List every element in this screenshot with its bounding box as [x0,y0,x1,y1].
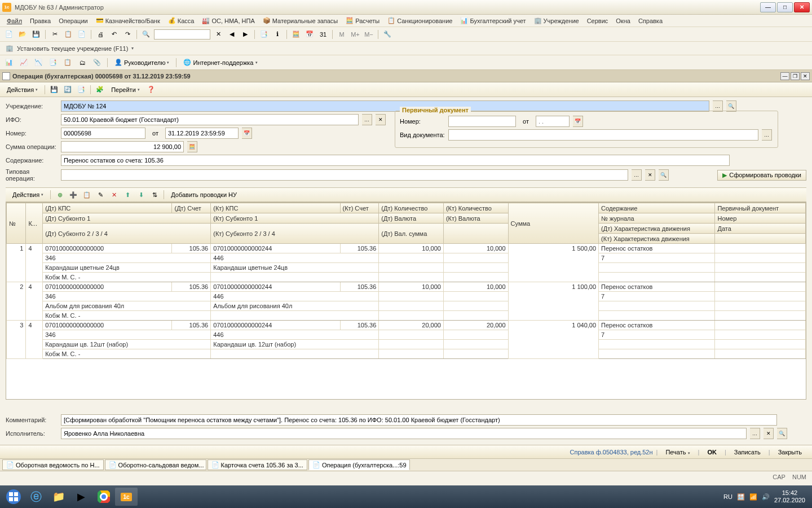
sort-button[interactable]: ⇅ [149,189,160,200]
tray-flag-icon[interactable]: 🪟 [737,493,745,501]
close-form-button[interactable]: Закрыть [774,448,806,457]
col-kt-acc[interactable]: (Кт) Счет [340,203,379,213]
doc-minimize-button[interactable]: — [780,72,789,80]
col-primdoc[interactable]: Первичный документ [715,203,806,213]
num-input[interactable] [61,128,145,139]
copy-new-button[interactable]: 📑 [76,84,87,95]
col-pd-num[interactable]: Номер [715,213,806,224]
close-button[interactable]: ✕ [794,2,810,12]
add-nu-entries-button[interactable]: Добавить проводки НУ [167,190,240,199]
m-button[interactable]: M [336,29,347,40]
tb2-icon-6[interactable]: 🗂 [77,57,88,68]
date-input[interactable] [165,128,239,139]
generate-entries-button[interactable]: ▶Сформировать проводки [717,170,806,181]
edit-row-button[interactable]: ✎ [95,189,106,200]
typeop-input[interactable] [61,169,628,181]
pd-date-picker-button[interactable]: 📅 [573,116,583,127]
search-combo[interactable] [154,29,210,40]
menu-calc[interactable]: 🧮Расчеты [342,16,383,26]
tray-clock[interactable]: 15:42 27.02.2020 [774,489,805,504]
typeop-select-button[interactable]: … [632,169,642,181]
chrome-icon[interactable] [92,488,115,506]
add-row-button[interactable]: ⊕ [54,189,65,200]
menu-edit[interactable]: Правка [27,16,54,25]
move-up-button[interactable]: ⬆ [122,189,133,200]
pd-kind-input[interactable] [448,129,758,141]
dropdown-icon[interactable]: ▾ [131,46,134,51]
print-button[interactable]: 🖨 [95,29,106,40]
move-down-button[interactable]: ⬇ [135,189,147,200]
org-select-button[interactable]: … [713,100,723,112]
col-dt-acc[interactable]: (Дт) Счет [172,203,211,213]
col-dt-kps[interactable]: (Дт) КПС [43,203,172,213]
col-dt-valsum[interactable]: (Дт) Вал. сумма [379,224,444,244]
forward-button[interactable]: ▶ [240,29,251,40]
doc-close-button[interactable]: ✕ [801,72,810,80]
open-button[interactable]: 📂 [17,29,28,40]
maximize-button[interactable]: □ [777,2,793,12]
actions-menu[interactable]: Действия▾ [3,85,41,94]
ref-link[interactable]: Справка ф.0504833, ред.52н [570,449,653,456]
tray-lang[interactable]: RU [723,493,732,500]
col-kt-sub1[interactable]: (Кт) Субконто 1 [211,213,379,224]
col-pd-date[interactable]: Дата [715,224,806,234]
menu-operations[interactable]: Операции [55,16,91,25]
menu-org[interactable]: 🏢Учреждение [531,16,582,26]
col-dt-qty[interactable]: (Дт) Количество [379,203,444,213]
menu-help[interactable]: Справка [635,16,666,25]
exec-search-button[interactable]: 🔍 [777,428,787,439]
comment-input[interactable] [61,414,777,426]
entries-grid[interactable]: № К... (Дт) КПС (Дт) Счет (Кт) КПС (Кт) … [6,202,806,400]
save-form-button[interactable]: Записать [730,448,765,457]
swap-button[interactable]: 🔄 [62,84,73,95]
minimize-button[interactable]: — [760,2,776,12]
menu-sanction[interactable]: 📋Санкционирование [384,16,456,26]
help-button[interactable]: ❓ [145,84,157,95]
set-org-link[interactable]: Установить текущее учреждение (F11) [17,45,128,52]
tray-network-icon[interactable]: 📶 [749,493,757,501]
ok-button[interactable]: OK [703,448,721,457]
menu-treasury[interactable]: 💳Казначейство/Банк [92,16,164,26]
delete-row-button[interactable]: ✕ [108,189,120,200]
col-dt-char[interactable]: (Дт) Характеристика движения [599,224,715,234]
exec-clear-button[interactable]: ✕ [764,428,774,439]
doc-restore-button[interactable]: ❐ [791,72,800,80]
col-k[interactable]: К... [26,203,43,244]
ifo-select-button[interactable]: … [362,114,372,125]
tab-balance[interactable]: 📄Оборотно-сальдовая ведом... [105,459,206,470]
col-kt-char[interactable]: (Кт) Характеристика движения [599,234,715,244]
struct-button[interactable]: 🧩 [94,84,105,95]
start-button[interactable] [2,488,25,506]
content-input[interactable] [61,155,730,166]
col-content[interactable]: Содержание [599,203,715,213]
undo-button[interactable]: ↶ [108,29,120,40]
cut-button[interactable]: ✂ [49,29,60,40]
col-n[interactable]: № [7,203,26,244]
search-button[interactable]: 🔍 [140,29,152,40]
support-link[interactable]: 🌐 Интернет-поддержка ▾ [181,58,259,67]
tb2-icon-7[interactable]: 📎 [91,57,103,68]
col-kt-kps[interactable]: (Кт) КПС [211,203,340,213]
clear-search-button[interactable]: ✕ [213,29,224,40]
insert-row-button[interactable]: ➕ [68,189,79,200]
copy-row-button[interactable]: 📋 [81,189,92,200]
tools-button[interactable]: 🔧 [382,29,393,40]
tb2-icon-5[interactable]: 📋 [62,57,73,68]
sum-input[interactable] [61,141,184,152]
tb2-icon-2[interactable]: 📈 [18,57,29,68]
explorer-icon[interactable]: 📁 [47,488,70,506]
date-picker-button[interactable]: 📅 [242,128,252,139]
ifo-clear-button[interactable]: ✕ [376,114,386,125]
paste-button[interactable]: 📄 [76,29,87,40]
copy-doc-button[interactable]: 📑 [258,29,270,40]
col-kt-qty[interactable]: (Кт) Количество [443,203,508,213]
pd-date-input[interactable] [536,116,570,127]
tray-sound-icon[interactable]: 🔊 [762,493,770,501]
pd-kind-select-button[interactable]: … [762,129,772,141]
exec-input[interactable] [61,428,747,439]
col-journal[interactable]: № журнала [599,213,715,224]
copy-button[interactable]: 📋 [63,29,74,40]
manager-link[interactable]: 👤 Руководителю ▾ [112,58,171,67]
typeop-clear-button[interactable]: ✕ [645,169,655,181]
menu-materials[interactable]: 📦Материальные запасы [259,16,342,26]
